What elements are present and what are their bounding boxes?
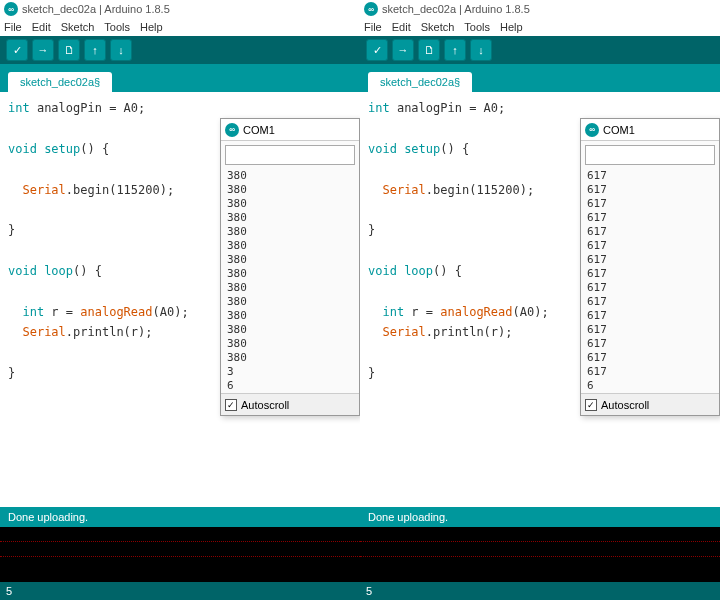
console <box>360 527 720 582</box>
verify-button[interactable]: ✓ <box>366 39 388 61</box>
status-bar: Done uploading. <box>0 507 360 527</box>
arduino-window-left: ∞ sketch_dec02a | Arduino 1.8.5 File Edi… <box>0 0 360 600</box>
window-title: sketch_dec02a | Arduino 1.8.5 <box>22 3 170 15</box>
menubar: File Edit Sketch Tools Help <box>0 18 360 36</box>
titlebar: ∞ sketch_dec02a | Arduino 1.8.5 <box>0 0 360 18</box>
autoscroll-label: Autoscroll <box>241 399 289 411</box>
serial-footer: ✓ Autoscroll <box>581 393 719 415</box>
save-button[interactable]: ↓ <box>110 39 132 61</box>
tab-sketch[interactable]: sketch_dec02a§ <box>368 72 472 92</box>
menu-file[interactable]: File <box>364 21 382 33</box>
new-button[interactable]: 🗋 <box>58 39 80 61</box>
upload-button[interactable]: → <box>392 39 414 61</box>
serial-monitor: ∞ COM1 617617617617617617617617617617617… <box>580 118 720 416</box>
menu-file[interactable]: File <box>4 21 22 33</box>
open-button[interactable]: ↑ <box>84 39 106 61</box>
menu-help[interactable]: Help <box>140 21 163 33</box>
serial-port-label: COM1 <box>603 124 635 136</box>
open-button[interactable]: ↑ <box>444 39 466 61</box>
titlebar: ∞ sketch_dec02a | Arduino 1.8.5 <box>360 0 720 18</box>
arduino-logo-icon: ∞ <box>364 2 378 16</box>
verify-button[interactable]: ✓ <box>6 39 28 61</box>
bottom-bar: 5 <box>0 582 360 600</box>
menubar: File Edit Sketch Tools Help <box>360 18 720 36</box>
serial-port-label: COM1 <box>243 124 275 136</box>
arduino-logo-icon: ∞ <box>4 2 18 16</box>
toolbar: ✓ → 🗋 ↑ ↓ <box>360 36 720 64</box>
arduino-logo-icon: ∞ <box>225 123 239 137</box>
bottom-bar: 5 <box>360 582 720 600</box>
window-title: sketch_dec02a | Arduino 1.8.5 <box>382 3 530 15</box>
serial-input[interactable] <box>225 145 355 165</box>
menu-sketch[interactable]: Sketch <box>61 21 95 33</box>
new-button[interactable]: 🗋 <box>418 39 440 61</box>
menu-tools[interactable]: Tools <box>464 21 490 33</box>
menu-edit[interactable]: Edit <box>32 21 51 33</box>
serial-output: 3803803803803803803803803803803803803803… <box>221 169 359 393</box>
arduino-logo-icon: ∞ <box>585 123 599 137</box>
serial-titlebar: ∞ COM1 <box>581 119 719 141</box>
autoscroll-label: Autoscroll <box>601 399 649 411</box>
menu-sketch[interactable]: Sketch <box>421 21 455 33</box>
autoscroll-checkbox[interactable]: ✓ <box>585 399 597 411</box>
serial-titlebar: ∞ COM1 <box>221 119 359 141</box>
menu-edit[interactable]: Edit <box>392 21 411 33</box>
autoscroll-checkbox[interactable]: ✓ <box>225 399 237 411</box>
menu-tools[interactable]: Tools <box>104 21 130 33</box>
status-bar: Done uploading. <box>360 507 720 527</box>
serial-footer: ✓ Autoscroll <box>221 393 359 415</box>
console <box>0 527 360 582</box>
upload-button[interactable]: → <box>32 39 54 61</box>
save-button[interactable]: ↓ <box>470 39 492 61</box>
toolbar: ✓ → 🗋 ↑ ↓ <box>0 36 360 64</box>
tabbar: sketch_dec02a§ <box>0 64 360 92</box>
tabbar: sketch_dec02a§ <box>360 64 720 92</box>
serial-output: 6176176176176176176176176176176176176176… <box>581 169 719 393</box>
serial-input[interactable] <box>585 145 715 165</box>
menu-help[interactable]: Help <box>500 21 523 33</box>
tab-sketch[interactable]: sketch_dec02a§ <box>8 72 112 92</box>
serial-monitor: ∞ COM1 380380380380380380380380380380380… <box>220 118 360 416</box>
arduino-window-right: ∞ sketch_dec02a | Arduino 1.8.5 File Edi… <box>360 0 720 600</box>
